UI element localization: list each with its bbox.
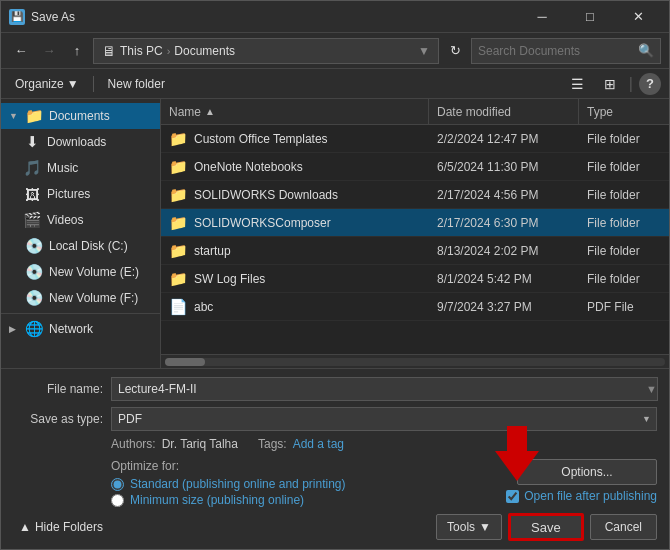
videos-icon: 🎬 <box>23 211 41 229</box>
network-icon: 🌐 <box>25 320 43 338</box>
forward-button[interactable]: → <box>37 39 61 63</box>
folder-icon: 📁 <box>169 158 188 176</box>
sort-arrow: ▲ <box>205 106 215 117</box>
toolbar: Organize ▼ New folder ☰ ⊞ | ? <box>1 69 669 99</box>
sidebar-item-documents[interactable]: ▼ 📁 Documents <box>1 103 160 129</box>
col-header-date[interactable]: Date modified <box>429 99 579 124</box>
authors-item: Authors: Dr. Tariq Talha <box>111 437 238 451</box>
sidebar-item-videos[interactable]: 🎬 Videos <box>1 207 160 233</box>
folder-icon: 📁 <box>169 214 188 232</box>
tags-item: Tags: Add a tag <box>258 437 344 451</box>
maximize-button[interactable]: □ <box>567 1 613 33</box>
toolbar-separator <box>93 76 94 92</box>
sidebar-item-downloads[interactable]: ⬇ Downloads <box>1 129 160 155</box>
radio-minimum[interactable]: Minimum size (publishing online) <box>111 493 486 507</box>
table-row[interactable]: 📄 abc 9/7/2024 3:27 PM PDF File <box>161 293 669 321</box>
authors-value: Dr. Tariq Talha <box>162 437 238 451</box>
file-cell-name: 📁 OneNote Notebooks <box>161 153 429 180</box>
new-folder-button[interactable]: New folder <box>102 74 171 94</box>
col-header-name[interactable]: Name ▲ <box>161 99 429 124</box>
sidebar-item-pictures[interactable]: 🖼 Pictures <box>1 181 160 207</box>
add-tag-link[interactable]: Add a tag <box>293 437 344 451</box>
table-row[interactable]: 📁 SOLIDWORKS Downloads 2/17/2024 4:56 PM… <box>161 181 669 209</box>
sidebar-item-network[interactable]: ▶ 🌐 Network <box>1 316 160 342</box>
close-button[interactable]: ✕ <box>615 1 661 33</box>
organize-button[interactable]: Organize ▼ <box>9 74 85 94</box>
buttons-section: Options... Open file after publishing <box>506 459 657 503</box>
file-cell-name: 📁 SOLIDWORKSComposer <box>161 209 429 236</box>
horizontal-scrollbar[interactable] <box>161 354 669 368</box>
expand-arrow: ▼ <box>9 111 19 121</box>
file-cell-date: 8/13/2024 2:02 PM <box>429 237 579 264</box>
pictures-icon: 🖼 <box>23 186 41 203</box>
file-list: 📁 Custom Office Templates 2/2/2024 12:47… <box>161 125 669 354</box>
savetype-select[interactable]: PDF <box>111 407 657 431</box>
file-list-header: Name ▲ Date modified Type <box>161 99 669 125</box>
table-row[interactable]: 📁 OneNote Notebooks 6/5/2024 11:30 PM Fi… <box>161 153 669 181</box>
hide-folders-button[interactable]: ▲ Hide Folders <box>13 517 109 537</box>
cancel-button[interactable]: Cancel <box>590 514 657 540</box>
scrollbar-thumb[interactable] <box>165 358 205 366</box>
hide-folders-arrow: ▲ <box>19 520 31 534</box>
tools-arrow: ▼ <box>479 520 491 534</box>
file-cell-type: File folder <box>579 209 669 236</box>
table-row[interactable]: 📁 startup 8/13/2024 2:02 PM File folder <box>161 237 669 265</box>
authors-label: Authors: <box>111 437 156 451</box>
back-button[interactable]: ← <box>9 39 33 63</box>
path-part-pc: This PC <box>120 44 163 58</box>
scrollbar-track <box>165 358 665 366</box>
optimize-label: Optimize for: <box>111 459 486 473</box>
file-cell-date: 2/2/2024 12:47 PM <box>429 125 579 152</box>
music-icon: 🎵 <box>23 159 41 177</box>
view-list-button[interactable]: ☰ <box>565 73 591 95</box>
bottom-panel: File name: ▼ Save as type: PDF Authors: … <box>1 368 669 549</box>
optimize-section: Optimize for: Standard (publishing onlin… <box>13 459 486 507</box>
folder-icon: 📁 <box>169 242 188 260</box>
help-button[interactable]: ? <box>639 73 661 95</box>
col-header-type[interactable]: Type <box>579 99 669 124</box>
radio-standard[interactable]: Standard (publishing online and printing… <box>111 477 486 491</box>
address-path[interactable]: 🖥 This PC › Documents ▼ <box>93 38 439 64</box>
table-row[interactable]: 📁 SOLIDWORKSComposer 2/17/2024 6:30 PM F… <box>161 209 669 237</box>
refresh-button[interactable]: ↻ <box>443 39 467 63</box>
radio-minimum-input[interactable] <box>111 494 124 507</box>
search-box[interactable]: 🔍 <box>471 38 661 64</box>
radio-group: Standard (publishing online and printing… <box>111 477 486 507</box>
title-bar: 💾 Save As ─ □ ✕ <box>1 1 669 33</box>
open-after-checkbox[interactable] <box>506 490 519 503</box>
file-cell-name: 📁 SOLIDWORKS Downloads <box>161 181 429 208</box>
path-separator: › <box>167 45 171 57</box>
action-row: ▲ Hide Folders Tools ▼ Save Cancel <box>13 513 657 541</box>
save-button[interactable]: Save <box>508 513 584 541</box>
sidebar-item-volf[interactable]: 💿 New Volume (F:) <box>1 285 160 311</box>
file-cell-type: File folder <box>579 265 669 292</box>
filename-row: File name: ▼ <box>13 377 657 401</box>
documents-icon: 📁 <box>25 107 43 125</box>
search-icon: 🔍 <box>638 43 654 58</box>
minimize-button[interactable]: ─ <box>519 1 565 33</box>
table-row[interactable]: 📁 Custom Office Templates 2/2/2024 12:47… <box>161 125 669 153</box>
window-controls: ─ □ ✕ <box>519 1 661 33</box>
file-cell-name: 📄 abc <box>161 293 429 320</box>
dropdown-arrow: ▼ <box>418 44 430 58</box>
sidebar-item-label: Documents <box>49 109 152 123</box>
radio-standard-input[interactable] <box>111 478 124 491</box>
filename-label: File name: <box>13 382 103 396</box>
search-input[interactable] <box>478 44 634 58</box>
sidebar-item-localc[interactable]: 💿 Local Disk (C:) <box>1 233 160 259</box>
options-button[interactable]: Options... <box>517 459 657 485</box>
path-part-docs: Documents <box>174 44 235 58</box>
open-after-label[interactable]: Open file after publishing <box>506 489 657 503</box>
sidebar-item-vole[interactable]: 💿 New Volume (E:) <box>1 259 160 285</box>
toolbar-right: ☰ ⊞ | ? <box>565 73 661 95</box>
file-cell-type: PDF File <box>579 293 669 320</box>
dialog-title: Save As <box>31 10 513 24</box>
up-button[interactable]: ↑ <box>65 39 89 63</box>
sidebar-item-music[interactable]: 🎵 Music <box>1 155 160 181</box>
disk-icon3: 💿 <box>25 289 43 307</box>
filename-input[interactable] <box>111 377 658 401</box>
expand-arrow: ▶ <box>9 324 19 334</box>
view-grid-button[interactable]: ⊞ <box>597 73 623 95</box>
table-row[interactable]: 📁 SW Log Files 8/1/2024 5:42 PM File fol… <box>161 265 669 293</box>
tools-button[interactable]: Tools ▼ <box>436 514 502 540</box>
